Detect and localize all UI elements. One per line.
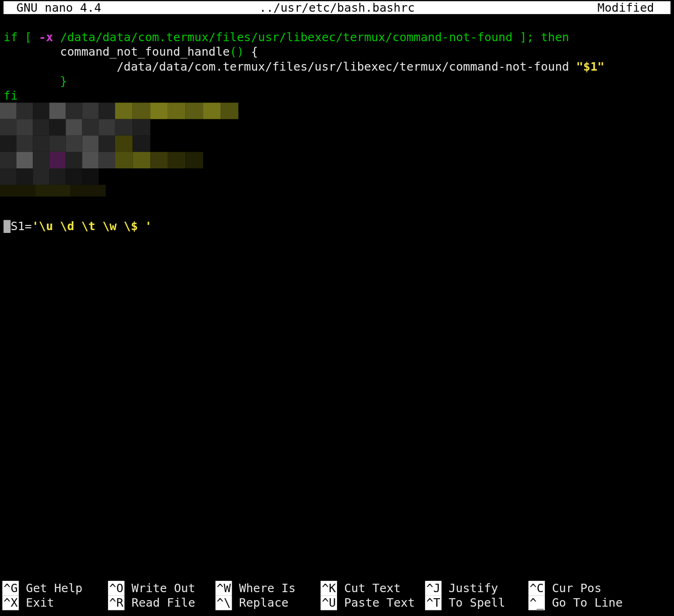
key-icon: ^C (528, 581, 545, 595)
key-icon: ^W (215, 581, 232, 595)
ps1-eq: = (25, 219, 32, 233)
ps1-line[interactable]: PS1='\u \d \t \w \$ ' (4, 204, 152, 248)
indent (4, 44, 60, 58)
brace-close: } (60, 74, 67, 88)
shortcut-to-spell[interactable]: ^TTo Spell (425, 595, 505, 610)
nano-modified: Modified (598, 1, 654, 14)
shortcut-write-out[interactable]: ^OWrite Out (108, 581, 195, 595)
key-icon: ^\ (215, 595, 232, 610)
kw-then: then (541, 30, 569, 44)
shortcut-where-is[interactable]: ^WWhere Is (215, 581, 295, 595)
bracket-close: ]; (520, 30, 541, 44)
indent (4, 74, 60, 88)
indent (4, 59, 117, 73)
cmd-path: /data/data/com.termux/files/usr/libexec/… (117, 59, 576, 73)
shortcut-paste-text[interactable]: ^UPaste Text (321, 595, 415, 610)
test-path: /data/data/com.termux/files/usr/libexec/… (53, 30, 520, 44)
arg-var: "$1" (576, 59, 604, 73)
brace-open: { (244, 44, 258, 58)
nano-filename: ../usr/etc/bash.bashrc (4, 1, 671, 14)
shortcut-get-help[interactable]: ^GGet Help (2, 581, 82, 595)
key-icon: ^T (425, 595, 441, 610)
nano-titlebar: GNU nano 4.4 ../usr/etc/bash.bashrc Modi… (4, 1, 671, 14)
shortcut-replace[interactable]: ^\Replace (215, 595, 288, 610)
fn-parens: () (230, 44, 244, 58)
text-cursor (4, 220, 11, 233)
shortcut-read-file[interactable]: ^RRead File (108, 595, 195, 610)
key-icon: ^G (2, 581, 19, 595)
bracket-open: [ (18, 30, 39, 44)
key-icon: ^R (108, 595, 125, 610)
key-icon: ^O (108, 581, 125, 595)
fn-name: command_not_found_handle (60, 44, 230, 58)
shortcut-exit[interactable]: ^XExit (2, 595, 54, 610)
terminal-window: GNU nano 4.4 ../usr/etc/bash.bashrc Modi… (0, 0, 674, 616)
key-icon: ^X (2, 595, 19, 610)
ps1-value: '\u \d \t \w \$ ' (32, 219, 152, 233)
test-flag: -x (39, 30, 53, 44)
shortcut-cur-pos[interactable]: ^CCur Pos (528, 581, 601, 595)
key-icon: ^K (321, 581, 337, 595)
kw-fi: fi (4, 88, 18, 102)
key-icon: ^J (425, 581, 441, 595)
key-icon: ^_ (528, 595, 545, 610)
kw-if: if (4, 30, 18, 44)
key-icon: ^U (321, 595, 337, 610)
shortcut-justify[interactable]: ^JJustify (425, 581, 498, 595)
shortcut-go-to-line[interactable]: ^_Go To Line (528, 595, 623, 610)
shortcut-cut-text[interactable]: ^KCut Text (321, 581, 401, 595)
